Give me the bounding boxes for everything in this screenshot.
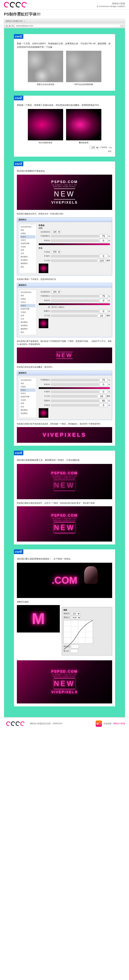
brand-cn: 网商设计联盟 xyxy=(97,2,125,5)
star-icon[interactable]: ☆ xyxy=(121,25,123,27)
browser-chrome: 网商设计联盟ECDC × ◄ ► ⟳ www.taobaoux.com ☆ ST… xyxy=(4,19,125,718)
styles-list-2[interactable]: 混合选项:默认投影内阴影 外发光内发光 斜面和浮雕等高线纹理 光泽颜色叠加渐变叠… xyxy=(19,290,37,335)
step-1-card: STEP1 新建一个文档，1000X1000PX，用滤镜做出云彩，如果黑色太多，… xyxy=(14,34,115,91)
glow-preview xyxy=(38,263,48,273)
step-5-card: STEP5 现在我们要让画面再整体的感觉统一，左下角加一些玫红 .COM 调整对… xyxy=(14,549,115,706)
step-3-sub1: 然后我们编辑进去样式，把填充关掉，外发光取110px xyxy=(17,212,112,215)
step-4-sub1: 然后我们再把云图层全部选中，合并为一个图层，然后混合模式改成"柔光"，现在看下效… xyxy=(17,501,112,505)
step-3-card: STEP3 然后我们把需要的字体放进去 PSPSD.COM IS SIMPLY … xyxy=(14,162,115,446)
layer-style-dialog-2: 图层样式 混合选项:默认投影内阴影 外发光内发光 斜面和浮雕等高线纹理 光泽颜色… xyxy=(17,283,112,337)
layer-style-dialog-3: 图层样式 混合选项:默认投影内阴影 外发光内发光 斜面和浮雕等高线纹理 光泽颜色… xyxy=(17,371,112,420)
opacity-slider[interactable] xyxy=(51,235,99,237)
url-input[interactable]: www.taobaoux.com xyxy=(15,24,120,27)
layer-style-dialog-1: 图层样式 混合选项:默认投影内阴影 外发光内发光 斜面和浮雕等高线纹理 光泽颜色… xyxy=(17,217,112,275)
footer-logo xyxy=(6,721,25,725)
browser-tab[interactable]: 网商设计联盟ECDC xyxy=(6,20,23,22)
step-4-badge: STEP4 xyxy=(14,450,23,455)
noise-slider[interactable] xyxy=(51,240,99,242)
curves-grid[interactable] xyxy=(64,620,93,644)
styles-list[interactable]: 混合选项:默认投影内阴影 外发光内发光 斜面和浮雕等高线纹理 光泽颜色叠加渐变叠… xyxy=(19,224,37,273)
neon-preview-softlight: PSPSD.COM IS SIMPLY THE ACT OF MAKING SO… xyxy=(17,506,112,541)
back-icon[interactable]: ◄ xyxy=(6,25,8,27)
browser-toolbar: ◄ ► ⟳ www.taobaoux.com ☆ xyxy=(4,23,125,28)
step-2-badge: STEP2 xyxy=(14,95,23,100)
spread-input[interactable] xyxy=(100,254,107,258)
logo-c4 xyxy=(21,1,28,8)
step-2-card: STEP2 再新建一个图层，用渐变工具做出底色，然后把混合模式改成叠加，把透明度… xyxy=(14,95,115,157)
step-2-images: 玫红到黑的渐变 叠加的效果 xyxy=(17,109,112,144)
channel-select[interactable]: RGB xyxy=(71,616,81,619)
clouds-image: 需要让白色比较明显 xyxy=(28,51,63,86)
step-5-text: 现在我们要让画面再整体的感觉统一，左下角加一些玫红 xyxy=(17,557,112,561)
neon-wide-2: VIVEPIXELS xyxy=(17,427,112,443)
close-icon[interactable]: × xyxy=(24,20,25,22)
dialog-title: 图层样式 xyxy=(17,218,112,222)
qq-label: 网商设计联盟QQ交流群：238425241 xyxy=(30,722,62,725)
step-2-text: 再新建一个图层，用渐变工具做出底色，然后把混合模式改成叠加，把透明度调成75% xyxy=(17,103,112,107)
tutorial-canvas: STEP1 新建一个文档，1000X1000PX，用滤镜做出云彩，如果黑色太多，… xyxy=(4,28,125,717)
step-1-text: 新建一个文档，1000X1000PX，用滤镜做出云彩，如果黑色太多，可以按CTR… xyxy=(17,42,112,49)
noise-input[interactable] xyxy=(100,239,107,242)
preset-select[interactable]: 自定 xyxy=(71,612,80,615)
logo-c2 xyxy=(9,1,16,8)
step-3-sub4: 然后我们把混合模式改成叠加，填充50%… xyxy=(17,366,112,369)
page-header: 网商设计联盟 E-Commerce design coalition xyxy=(0,0,129,10)
header-brand: 网商设计联盟 E-Commerce design coalition xyxy=(97,2,125,8)
spread-slider[interactable] xyxy=(51,255,99,257)
dialog-main: 外发光 结构 混合模式(E):滤色 不透明度(O):% 杂色(N):% 图素 方… xyxy=(38,224,110,273)
curves-dialog: 曲线 预设(R):自定 通道(C):RGB 输出(O): 输入(I): xyxy=(62,607,112,655)
step-1-images: 需要让白色比较明显 50PX左右的高斯模糊 xyxy=(17,51,112,86)
blend-mode-select[interactable]: 滤色 xyxy=(51,230,61,234)
opacity-input[interactable] xyxy=(100,234,107,238)
brand-en: E-Commerce design coalition xyxy=(97,5,125,8)
step-3-badge: STEP3 xyxy=(14,162,23,166)
blend-select[interactable]: 正常 xyxy=(89,146,99,149)
closeup-m: M xyxy=(17,605,60,633)
size-input[interactable] xyxy=(98,259,105,262)
logo-c3 xyxy=(15,1,22,8)
neon-preview-white: PSPSD.COM IS SIMPLY THE ACT OF MAKING SO… xyxy=(17,175,112,210)
logo-c1 xyxy=(3,1,10,8)
step-3-sub5: 然后我们把我们给字体的填充改回来，同时新建一个图层，用笔触做出，填充50%~不透… xyxy=(17,422,112,425)
page-footer: 网商设计联盟QQ交流群：238425241 ෙ 欢迎收藏：网商设计联盟 xyxy=(0,718,129,730)
hand-image xyxy=(84,566,98,584)
size-slider[interactable] xyxy=(51,260,97,262)
blend-mode-row: 正常 不透明度: 75% xyxy=(17,146,112,149)
color-gradient[interactable] xyxy=(38,243,110,245)
neon-wide-1: NEW xyxy=(17,347,112,363)
step-3-sub2: 然后我们再做一下内发光，还是同样的玫红色 xyxy=(17,278,112,281)
closeup-hand: .COM xyxy=(17,563,112,598)
method-select[interactable]: 柔和 xyxy=(51,250,61,253)
styles-list-3[interactable]: 混合选项:默认投影内阴影 外发光内发光 斜面和浮雕等高线纹理 光泽颜色叠加渐变叠… xyxy=(19,377,37,418)
step-1-badge: STEP1 xyxy=(14,34,23,39)
neon-preview-erased: PSPSD.COM IS SIMPLY THE ACT OF MAKING SO… xyxy=(17,464,112,499)
reload-icon[interactable]: ⟳ xyxy=(12,25,14,27)
page-title: PS制作霓虹灯字体!!! xyxy=(0,10,129,19)
step-4-card: STEP4 现在我们用柔角橡皮擦工具，擦掉两层的一些地方，打造出随机感 PSPS… xyxy=(14,450,115,544)
browser-tabbar: 网商设计联盟ECDC × xyxy=(4,19,125,23)
logo xyxy=(4,2,27,8)
overlay-image: 叠加的效果 xyxy=(66,109,101,144)
gradient-image: 玫红到黑的渐变 xyxy=(28,109,63,144)
forward-icon[interactable]: ► xyxy=(9,25,11,27)
step-5-badge: STEP5 xyxy=(14,549,23,554)
step-4-text: 现在我们用柔角橡皮擦工具，擦掉两层的一些地方，打造出随机感 xyxy=(17,458,112,462)
lock-row: 锁定: xyxy=(17,150,112,153)
step-5-sub1: 调整对比曲线 xyxy=(17,600,112,603)
neon-preview-final: PSPSD.COM IS SIMPLY THE ACT OF MAKING SO… xyxy=(17,660,112,703)
weibo-icon[interactable]: ෙ xyxy=(96,721,102,727)
weibo-text: 欢迎收藏：网商设计联盟 xyxy=(104,722,125,725)
clouds-blur-image: 50PX左右的高斯模糊 xyxy=(66,51,101,86)
step-3-text: 然后我们把需要的字体放进去 xyxy=(17,169,112,173)
step-3-sub3: 现在是我们看下效果如何，我们给这个字体图层加下面建一个图层，然后做FX转换…（居… xyxy=(17,340,112,346)
